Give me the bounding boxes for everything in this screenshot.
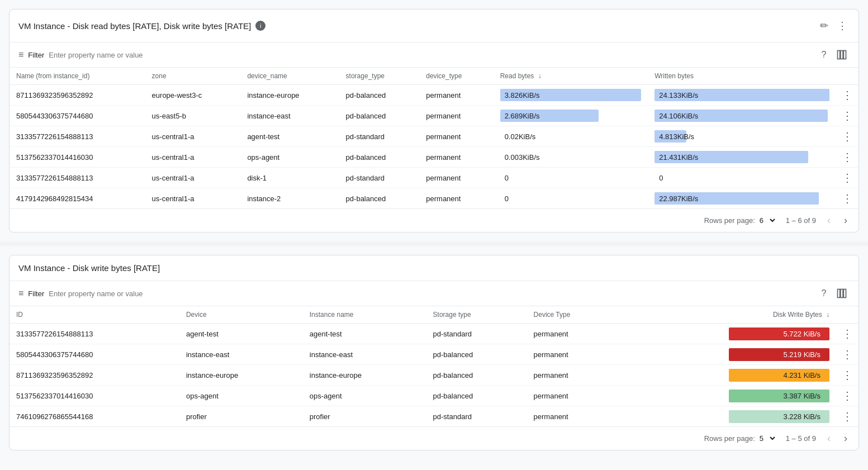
table-row: 4179142968492815434 us-central1-a instan… (10, 188, 858, 209)
cell-device-type: permanent (527, 406, 622, 427)
cell-written-bytes: 0 (648, 168, 836, 188)
svg-rect-0 (838, 51, 840, 59)
help-button-1[interactable]: ? (816, 47, 832, 63)
cell-device-type: permanent (419, 106, 493, 126)
table-row: 5137562337014416030 us-central1-a ops-ag… (10, 147, 858, 168)
cell-id: 3133577226154888113 (10, 324, 179, 344)
table-2: ID Device Instance name Storage type Dev… (10, 306, 858, 426)
table-row: 8711369323596352892 instance-europe inst… (10, 365, 858, 386)
col2-disk-write-bytes[interactable]: Disk Write Bytes ↓ (622, 306, 836, 324)
rows-per-page-select-1[interactable]: 6 10 25 (757, 216, 777, 225)
row-more-button[interactable]: ⋮ (838, 346, 856, 362)
cell-read-bytes: 0 (494, 188, 648, 209)
cell-storage-type: pd-standard (426, 324, 527, 344)
col-name: Name (from instance_id) (10, 68, 145, 85)
svg-rect-1 (841, 51, 843, 59)
panel-1: VM Instance - Disk read bytes [RATE], Di… (9, 9, 859, 232)
help-button-2[interactable]: ? (816, 286, 832, 301)
cell-written-bytes: 22.987KiB/s (648, 188, 836, 209)
row-more-button[interactable]: ⋮ (838, 367, 856, 383)
row-more-button[interactable]: ⋮ (838, 149, 856, 165)
info-icon-1[interactable]: i (255, 21, 265, 31)
more-button-1[interactable]: ⋮ (835, 17, 850, 34)
cell-more: ⋮ (836, 344, 858, 365)
filter-input-1[interactable] (49, 51, 812, 59)
columns-button-2[interactable] (834, 286, 850, 301)
cell-written-bytes: 24.133KiB/s (648, 85, 836, 106)
cell-read-bytes: 0 (494, 168, 648, 188)
cell-zone: us-central1-a (145, 126, 241, 147)
cell-device-type: permanent (419, 126, 493, 147)
row-more-button[interactable]: ⋮ (838, 388, 856, 403)
cell-instance-name: profier (303, 406, 426, 427)
svg-rect-3 (838, 289, 840, 298)
col2-storage-type: Storage type (426, 306, 527, 324)
cell-more: ⋮ (836, 188, 858, 209)
rows-per-page-select-2[interactable]: 5 10 25 (757, 434, 777, 443)
cell-name: 3133577226154888113 (10, 168, 145, 188)
panel-2-header: VM Instance - Disk write bytes [RATE] (10, 255, 858, 281)
svg-rect-5 (843, 289, 846, 298)
prev-button-2[interactable]: ‹ (825, 431, 833, 445)
cell-storage-type: pd-standard (339, 126, 420, 147)
cell-name: 8711369323596352892 (10, 85, 145, 106)
col-read-bytes[interactable]: Read bytes ↓ (494, 68, 648, 85)
filter-label-2: Filter (28, 289, 44, 298)
cell-device-name: instance-2 (240, 188, 339, 209)
cell-instance-name: ops-agent (303, 386, 426, 406)
filter-input-2[interactable] (49, 289, 812, 298)
filter-icon-1: ≡ (18, 50, 23, 60)
prev-button-1[interactable]: ‹ (825, 213, 833, 227)
cell-device: instance-east (179, 344, 303, 365)
cell-device-name: disk-1 (240, 168, 339, 188)
cell-storage-type: pd-standard (426, 406, 527, 427)
table-row: 5805443306375744680 us-east5-b instance-… (10, 106, 858, 126)
table-row: 3133577226154888113 us-central1-a disk-1… (10, 168, 858, 188)
next-button-1[interactable]: › (842, 213, 850, 227)
divider (0, 241, 868, 246)
col-device-name: device_name (240, 68, 339, 85)
col-storage-type: storage_type (339, 68, 420, 85)
panel-1-header: VM Instance - Disk read bytes [RATE], Di… (10, 10, 858, 42)
filter-actions-2: ? (816, 286, 850, 301)
col-device-type: device_type (419, 68, 493, 85)
row-more-button[interactable]: ⋮ (838, 87, 856, 103)
col-zone: zone (145, 68, 241, 85)
cell-disk-write-bytes: 5.722 KiB/s (622, 324, 836, 344)
cell-id: 5137562337014416030 (10, 386, 179, 406)
panel-1-title: VM Instance - Disk read bytes [RATE], Di… (18, 21, 265, 31)
cell-disk-write-bytes: 5.219 KiB/s (622, 344, 836, 365)
cell-id: 8711369323596352892 (10, 365, 179, 386)
cell-storage-type: pd-balanced (339, 106, 420, 126)
cell-read-bytes: 2.689KiB/s (494, 106, 648, 126)
svg-rect-4 (841, 289, 843, 298)
col2-instance-name: Instance name (303, 306, 426, 324)
pagination-2: Rows per page: 5 10 25 1 – 5 of 9 ‹ › (10, 426, 858, 450)
columns-button-1[interactable] (834, 47, 850, 63)
row-more-button[interactable]: ⋮ (838, 191, 856, 206)
cell-device: agent-test (179, 324, 303, 344)
col2-id: ID (10, 306, 179, 324)
cell-zone: us-east5-b (145, 106, 241, 126)
cell-device-type: permanent (419, 147, 493, 168)
col2-device-type: Device Type (527, 306, 622, 324)
rows-per-page-label-2: Rows per page: (704, 434, 755, 443)
table-row: 3133577226154888113 us-central1-a agent-… (10, 126, 858, 147)
cell-name: 5137562337014416030 (10, 147, 145, 168)
next-button-2[interactable]: › (842, 431, 850, 445)
col2-actions (836, 306, 858, 324)
table-row: 5805443306375744680 instance-east instan… (10, 344, 858, 365)
cell-storage-type: pd-balanced (339, 85, 420, 106)
row-more-button[interactable]: ⋮ (838, 129, 856, 144)
row-more-button[interactable]: ⋮ (838, 409, 856, 424)
rows-per-page-2: Rows per page: 5 10 25 (704, 434, 777, 443)
table-2-header-row: ID Device Instance name Storage type Dev… (10, 306, 858, 324)
panel-2-title-text: VM Instance - Disk write bytes [RATE] (18, 263, 160, 273)
cell-name: 4179142968492815434 (10, 188, 145, 209)
table-row: 7461096276865544168 profier profier pd-s… (10, 406, 858, 427)
row-more-button[interactable]: ⋮ (838, 170, 856, 186)
row-more-button[interactable]: ⋮ (838, 326, 856, 341)
row-more-button[interactable]: ⋮ (838, 108, 856, 124)
cell-device-name: agent-test (240, 126, 339, 147)
edit-button-1[interactable]: ✏ (818, 17, 831, 34)
